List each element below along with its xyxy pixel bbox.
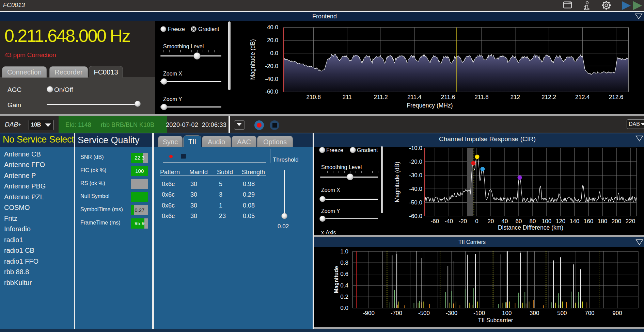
svg-text:212.6: 212.6 (609, 94, 624, 100)
svg-text:100: 100 (542, 218, 551, 225)
svg-text:Magnitude (dB): Magnitude (dB) (249, 39, 256, 80)
svg-text:Distance Difference (km): Distance Difference (km) (498, 224, 563, 231)
svg-text:-20.0: -20.0 (409, 159, 422, 165)
svg-text:0: 0 (475, 218, 478, 225)
svg-text:0.4: 0.4 (340, 282, 348, 289)
svg-text:211.8: 211.8 (475, 94, 489, 100)
svg-text:200: 200 (612, 218, 621, 225)
svg-text:TII Subcarrier: TII Subcarrier (478, 317, 513, 323)
svg-text:-40.0: -40.0 (265, 76, 278, 82)
svg-text:1.0: 1.0 (340, 248, 348, 255)
svg-text:300: 300 (530, 310, 539, 316)
svg-text:900: 900 (612, 310, 622, 316)
svg-text:500: 500 (557, 310, 567, 316)
svg-text:40.0: 40.0 (267, 24, 278, 31)
svg-text:-500: -500 (418, 310, 430, 316)
svg-text:-100: -100 (473, 310, 485, 316)
svg-text:0.6: 0.6 (340, 271, 348, 277)
svg-text:80: 80 (530, 218, 536, 225)
svg-text:220: 220 (626, 218, 635, 225)
svg-text:0.8: 0.8 (340, 260, 348, 266)
svg-text:180: 180 (598, 218, 607, 225)
svg-text:60: 60 (516, 218, 522, 225)
svg-text:-300: -300 (446, 310, 457, 316)
svg-text:-700: -700 (391, 310, 402, 316)
svg-text:-40.0: -40.0 (409, 186, 422, 192)
svg-text:212: 212 (511, 94, 520, 100)
svg-text:-60.0: -60.0 (265, 88, 278, 95)
svg-text:-30.0: -30.0 (409, 172, 422, 179)
svg-text:-60.0: -60.0 (409, 213, 422, 219)
svg-text:-20: -20 (459, 218, 467, 225)
svg-text:-20.0: -20.0 (265, 63, 278, 69)
svg-text:-50.0: -50.0 (409, 199, 422, 206)
svg-text:700: 700 (585, 310, 594, 316)
svg-text:0.0: 0.0 (270, 50, 278, 56)
svg-text:211.2: 211.2 (374, 94, 388, 100)
svg-text:160: 160 (584, 218, 593, 225)
svg-text:Magnitude: Magnitude (333, 266, 339, 293)
svg-text:210.8: 210.8 (306, 94, 321, 100)
svg-text:20: 20 (488, 218, 494, 225)
svg-text:120: 120 (556, 218, 565, 225)
svg-text:20.0: 20.0 (267, 37, 278, 44)
svg-text:211.4: 211.4 (407, 94, 421, 100)
svg-text:Magnitude (dB): Magnitude (dB) (394, 162, 400, 202)
svg-text:0.0: 0.0 (340, 305, 348, 311)
svg-text:0.2: 0.2 (340, 294, 348, 300)
svg-text:100: 100 (502, 310, 512, 316)
svg-text:40: 40 (502, 218, 508, 225)
svg-text:-900: -900 (363, 310, 375, 316)
svg-text:140: 140 (570, 218, 579, 225)
svg-text:211: 211 (343, 94, 352, 100)
svg-text:-60: -60 (431, 218, 439, 225)
svg-text:-10.0: -10.0 (409, 145, 422, 151)
svg-text:Frequency (MHz): Frequency (MHz) (407, 102, 453, 109)
svg-text:212.2: 212.2 (541, 94, 556, 100)
svg-text:-40: -40 (445, 218, 453, 225)
svg-text:211.6: 211.6 (441, 94, 455, 100)
svg-text:212.4: 212.4 (575, 94, 590, 100)
